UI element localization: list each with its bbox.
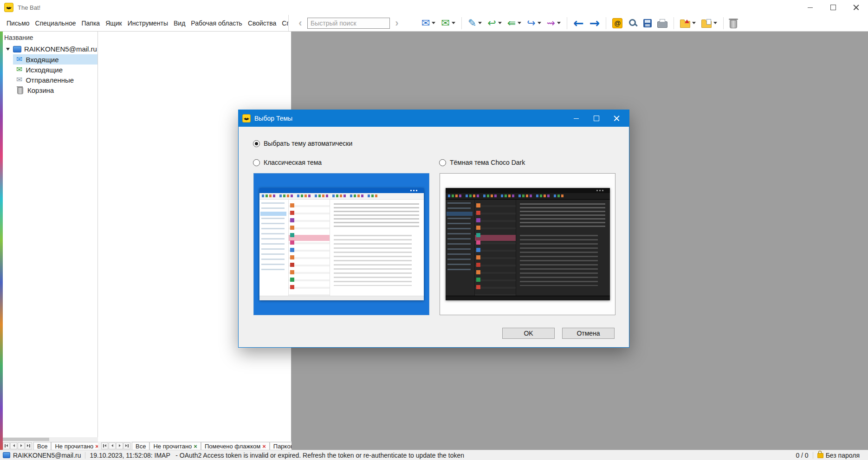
folder-tabs-right: ВсеНе прочитано×Помечено флажком×Парков <box>101 441 291 450</box>
print-message-button[interactable] <box>654 16 670 31</box>
scrollbar-thumb[interactable] <box>3 438 49 441</box>
classic-theme-radio[interactable] <box>253 159 260 166</box>
classic-theme-preview[interactable] <box>253 173 429 315</box>
dialog-maximize-button[interactable] <box>586 110 607 127</box>
copy-to-folder-button[interactable] <box>699 16 720 31</box>
tab-label: Не прочитано <box>153 443 192 450</box>
password-lock-icon <box>817 453 823 458</box>
classic-theme-option[interactable]: Классическая тема <box>253 159 322 166</box>
save-message-button[interactable] <box>641 16 654 31</box>
reply-all-dropdown-icon[interactable] <box>518 22 521 24</box>
cancel-button[interactable]: Отмена <box>562 328 615 339</box>
thumbnail-toolbar <box>259 193 424 200</box>
last-tab-button[interactable] <box>123 442 130 449</box>
thumbnail-reading-pane <box>330 200 424 296</box>
expander-icon[interactable] <box>6 48 10 51</box>
last-tab-icon <box>128 444 129 447</box>
folder-tree-header: Название <box>3 32 97 44</box>
address-book-button[interactable]: @ <box>609 16 625 31</box>
prev-tab-button[interactable] <box>109 442 116 449</box>
menu-item-9[interactable]: Справка <box>279 15 289 31</box>
thumbnail-folder-tree <box>446 200 475 296</box>
move-to-folder-dropdown-icon[interactable] <box>692 22 696 24</box>
forward-icon: ↪ <box>527 18 535 28</box>
connection-icon <box>3 452 10 458</box>
menu-item-8[interactable]: Свойства <box>245 15 279 31</box>
last-tab-icon <box>27 444 29 447</box>
minimize-button[interactable] <box>798 0 822 15</box>
menu-item-7[interactable]: Рабочая область <box>188 15 245 31</box>
thumbnail-body <box>259 200 424 296</box>
tab-close-icon[interactable]: × <box>194 443 197 449</box>
dialog-close-button[interactable] <box>607 110 627 127</box>
dark-theme-radio[interactable] <box>439 159 446 166</box>
folder-item-trash[interactable]: Корзина <box>13 85 97 95</box>
first-tab-button[interactable] <box>3 442 10 449</box>
toolbar-separator <box>606 17 606 29</box>
forward-dropdown-icon[interactable] <box>538 22 541 24</box>
auto-theme-radio[interactable] <box>253 140 260 147</box>
forward-button[interactable]: ↪ <box>524 16 544 31</box>
folder-item-outbox[interactable]: ✉Исходящие <box>13 65 97 75</box>
last-tab-button[interactable] <box>25 442 32 449</box>
search-prev-icon[interactable] <box>296 18 304 29</box>
copy-to-folder-dropdown-icon[interactable] <box>713 22 717 24</box>
dialog-icon <box>242 114 251 123</box>
dialog-minimize-button[interactable] <box>566 110 586 127</box>
first-tab-icon <box>103 444 104 447</box>
first-tab-button[interactable] <box>101 442 108 449</box>
dark-theme-preview[interactable] <box>440 173 615 315</box>
new-message-from-template-button[interactable]: ✉ <box>438 16 458 31</box>
menu-item-6[interactable]: Вид <box>171 15 188 31</box>
dialog-titlebar: Выбор Темы <box>239 110 629 127</box>
menu-item-4[interactable]: Ящик <box>103 15 125 31</box>
previous-unread-button[interactable]: ← <box>570 16 587 31</box>
edit-templates-button[interactable]: ✎ <box>465 16 485 31</box>
folder-tab-1-1[interactable]: Все <box>33 442 51 450</box>
folder-tab-1-2[interactable]: Не прочитано× <box>51 442 98 450</box>
folder-tab-2-2[interactable]: Не прочитано× <box>149 442 201 450</box>
ok-button[interactable]: OK <box>502 328 555 339</box>
next-tab-button[interactable] <box>18 442 25 449</box>
menu-item-1[interactable]: Письмо <box>4 15 32 31</box>
edit-templates-dropdown-icon[interactable] <box>478 22 482 24</box>
delete-message-button[interactable] <box>727 16 740 31</box>
reply-all-button[interactable]: ⇚ <box>505 16 524 31</box>
copy-to-folder-icon <box>701 21 712 28</box>
search-messages-button[interactable] <box>625 16 641 31</box>
menu-item-3[interactable]: Папка <box>78 15 103 31</box>
tab-close-icon[interactable]: × <box>262 443 266 449</box>
next-tab-button[interactable] <box>116 442 123 449</box>
folder-tab-2-1[interactable]: Все <box>132 442 149 450</box>
move-to-folder-button[interactable] <box>677 16 699 31</box>
print-message-icon <box>657 21 667 28</box>
account-row[interactable]: RAIKKONEN5@mail.ru <box>3 44 97 54</box>
next-unread-button[interactable]: → <box>587 16 603 31</box>
folder-item-inbox[interactable]: ✉Входящие <box>13 54 97 65</box>
menu-item-2[interactable]: Специальное <box>32 15 79 31</box>
search-next-icon[interactable] <box>393 18 401 29</box>
folder-label: Входящие <box>26 56 58 64</box>
tab-label: Помечено флажком <box>205 443 260 450</box>
redirect-dropdown-icon[interactable] <box>557 22 561 24</box>
dark-theme-option[interactable]: Тёмная тема Choco Dark <box>439 159 525 166</box>
auto-theme-option[interactable]: Выбрать тему автоматически <box>253 140 352 147</box>
new-message-dropdown-icon[interactable] <box>432 22 435 24</box>
new-message-button[interactable]: ✉ <box>419 16 438 31</box>
auto-theme-label: Выбрать тему автоматически <box>264 140 352 147</box>
menu-toolbar-band: ПисьмоСпециальноеПапкаЯщикИнструментыВид… <box>0 15 868 32</box>
menu-item-5[interactable]: Инструменты <box>125 15 171 31</box>
sidebar-horizontal-scrollbar[interactable] <box>3 437 98 441</box>
close-button[interactable] <box>845 0 868 15</box>
folder-item-sent[interactable]: ✉Отправленные <box>13 75 97 85</box>
new-message-from-template-dropdown-icon[interactable] <box>452 22 455 24</box>
reply-button[interactable]: ↩ <box>485 16 504 31</box>
reply-dropdown-icon[interactable] <box>498 22 502 24</box>
quick-search-input[interactable] <box>307 18 390 29</box>
folder-tab-2-3[interactable]: Помечено флажком× <box>201 442 270 450</box>
folder-tab-2-4[interactable]: Парков <box>270 442 291 450</box>
tab-close-icon[interactable]: × <box>95 443 98 449</box>
redirect-button[interactable]: ⇝ <box>544 16 564 31</box>
maximize-button[interactable] <box>822 0 845 15</box>
prev-tab-button[interactable] <box>10 442 17 449</box>
